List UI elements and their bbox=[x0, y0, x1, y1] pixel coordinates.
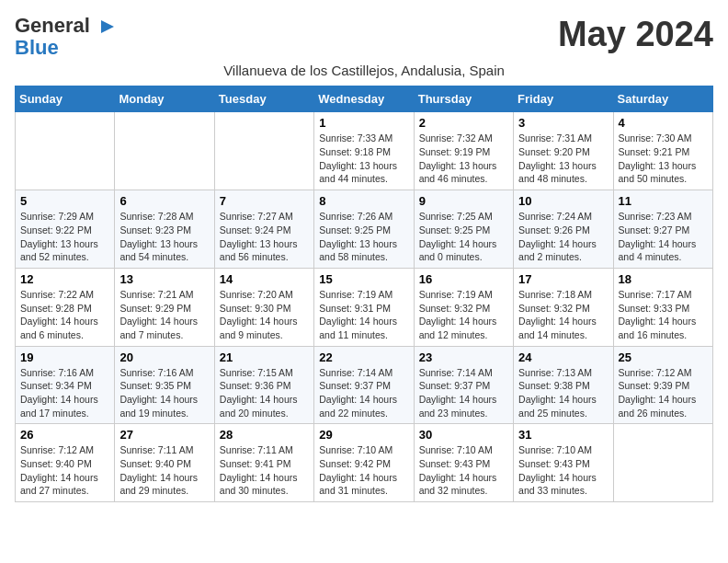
day-cell: 21Sunrise: 7:15 AMSunset: 9:36 PMDayligh… bbox=[214, 346, 313, 424]
day-cell: 12Sunrise: 7:22 AMSunset: 9:28 PMDayligh… bbox=[16, 268, 115, 346]
day-number: 7 bbox=[220, 194, 309, 208]
day-cell: 24Sunrise: 7:13 AMSunset: 9:38 PMDayligh… bbox=[514, 346, 613, 424]
day-number: 15 bbox=[319, 272, 408, 286]
day-info: Sunrise: 7:11 AMSunset: 9:41 PMDaylight:… bbox=[220, 443, 309, 498]
header-day-thursday: Thursday bbox=[414, 86, 513, 112]
day-cell: 28Sunrise: 7:11 AMSunset: 9:41 PMDayligh… bbox=[214, 424, 313, 502]
day-cell: 2Sunrise: 7:32 AMSunset: 9:19 PMDaylight… bbox=[414, 112, 513, 190]
header-day-monday: Monday bbox=[115, 86, 214, 112]
day-cell: 1Sunrise: 7:33 AMSunset: 9:18 PMDaylight… bbox=[314, 112, 414, 190]
logo-blue: Blue bbox=[15, 37, 118, 59]
header-day-sunday: Sunday bbox=[16, 86, 115, 112]
day-number: 13 bbox=[119, 272, 209, 286]
day-info: Sunrise: 7:19 AMSunset: 9:31 PMDaylight:… bbox=[319, 288, 408, 342]
calendar-table: SundayMondayTuesdayWednesdayThursdayFrid… bbox=[15, 86, 713, 502]
month-title: May 2024 bbox=[558, 15, 713, 54]
day-number: 14 bbox=[220, 272, 309, 286]
week-row-4: 19Sunrise: 7:16 AMSunset: 9:34 PMDayligh… bbox=[16, 346, 713, 424]
day-number: 11 bbox=[619, 194, 708, 208]
day-info: Sunrise: 7:14 AMSunset: 9:37 PMDaylight:… bbox=[419, 366, 508, 420]
day-number: 5 bbox=[20, 194, 109, 208]
day-cell: 10Sunrise: 7:24 AMSunset: 9:26 PMDayligh… bbox=[514, 190, 613, 269]
day-cell: 19Sunrise: 7:16 AMSunset: 9:34 PMDayligh… bbox=[16, 346, 115, 424]
day-info: Sunrise: 7:19 AMSunset: 9:32 PMDaylight:… bbox=[419, 288, 508, 342]
day-number: 19 bbox=[20, 350, 109, 364]
day-info: Sunrise: 7:33 AMSunset: 9:18 PMDaylight:… bbox=[319, 132, 408, 186]
day-cell: 15Sunrise: 7:19 AMSunset: 9:31 PMDayligh… bbox=[314, 268, 414, 346]
svg-marker-0 bbox=[101, 20, 114, 33]
day-number: 17 bbox=[518, 272, 608, 286]
day-number: 16 bbox=[419, 272, 508, 286]
header-day-wednesday: Wednesday bbox=[314, 86, 414, 112]
day-cell: 7Sunrise: 7:27 AMSunset: 9:24 PMDaylight… bbox=[214, 190, 313, 269]
day-number: 21 bbox=[220, 350, 309, 364]
day-info: Sunrise: 7:16 AMSunset: 9:34 PMDaylight:… bbox=[20, 366, 109, 420]
day-cell: 25Sunrise: 7:12 AMSunset: 9:39 PMDayligh… bbox=[613, 346, 712, 424]
day-cell bbox=[214, 112, 313, 190]
day-number: 18 bbox=[619, 272, 708, 286]
day-cell: 5Sunrise: 7:29 AMSunset: 9:22 PMDaylight… bbox=[16, 190, 115, 269]
header-day-saturday: Saturday bbox=[613, 86, 712, 112]
calendar-subtitle: Villanueva de los Castillejos, Andalusia… bbox=[15, 63, 713, 78]
day-number: 10 bbox=[518, 194, 608, 208]
day-cell bbox=[613, 424, 712, 502]
day-cell: 6Sunrise: 7:28 AMSunset: 9:23 PMDaylight… bbox=[115, 190, 214, 269]
day-info: Sunrise: 7:32 AMSunset: 9:19 PMDaylight:… bbox=[419, 132, 508, 186]
day-info: Sunrise: 7:21 AMSunset: 9:29 PMDaylight:… bbox=[119, 288, 209, 342]
day-info: Sunrise: 7:22 AMSunset: 9:28 PMDaylight:… bbox=[20, 288, 109, 342]
day-info: Sunrise: 7:12 AMSunset: 9:40 PMDaylight:… bbox=[20, 443, 109, 498]
week-row-3: 12Sunrise: 7:22 AMSunset: 9:28 PMDayligh… bbox=[16, 268, 713, 346]
calendar-header: SundayMondayTuesdayWednesdayThursdayFrid… bbox=[16, 86, 713, 112]
day-info: Sunrise: 7:26 AMSunset: 9:25 PMDaylight:… bbox=[319, 210, 408, 264]
day-cell: 8Sunrise: 7:26 AMSunset: 9:25 PMDaylight… bbox=[314, 190, 414, 269]
day-info: Sunrise: 7:14 AMSunset: 9:37 PMDaylight:… bbox=[319, 366, 408, 420]
day-info: Sunrise: 7:15 AMSunset: 9:36 PMDaylight:… bbox=[220, 366, 309, 420]
day-cell: 16Sunrise: 7:19 AMSunset: 9:32 PMDayligh… bbox=[414, 268, 513, 346]
day-number: 29 bbox=[319, 428, 408, 442]
day-cell: 29Sunrise: 7:10 AMSunset: 9:42 PMDayligh… bbox=[314, 424, 414, 502]
day-info: Sunrise: 7:18 AMSunset: 9:32 PMDaylight:… bbox=[518, 288, 608, 342]
day-info: Sunrise: 7:10 AMSunset: 9:43 PMDaylight:… bbox=[419, 443, 508, 498]
header-row: SundayMondayTuesdayWednesdayThursdayFrid… bbox=[16, 86, 713, 112]
day-cell: 3Sunrise: 7:31 AMSunset: 9:20 PMDaylight… bbox=[514, 112, 613, 190]
day-info: Sunrise: 7:10 AMSunset: 9:42 PMDaylight:… bbox=[319, 443, 408, 498]
day-cell: 4Sunrise: 7:30 AMSunset: 9:21 PMDaylight… bbox=[613, 112, 712, 190]
day-number: 8 bbox=[319, 194, 408, 208]
day-cell: 18Sunrise: 7:17 AMSunset: 9:33 PMDayligh… bbox=[613, 268, 712, 346]
week-row-5: 26Sunrise: 7:12 AMSunset: 9:40 PMDayligh… bbox=[16, 424, 713, 502]
day-info: Sunrise: 7:27 AMSunset: 9:24 PMDaylight:… bbox=[220, 210, 309, 264]
day-number: 25 bbox=[619, 350, 708, 364]
day-number: 23 bbox=[419, 350, 508, 364]
day-cell: 17Sunrise: 7:18 AMSunset: 9:32 PMDayligh… bbox=[514, 268, 613, 346]
day-info: Sunrise: 7:12 AMSunset: 9:39 PMDaylight:… bbox=[619, 366, 708, 420]
day-number: 24 bbox=[518, 350, 608, 364]
day-info: Sunrise: 7:11 AMSunset: 9:40 PMDaylight:… bbox=[119, 443, 209, 498]
logo-text: General Blue bbox=[15, 15, 118, 59]
day-info: Sunrise: 7:10 AMSunset: 9:43 PMDaylight:… bbox=[518, 443, 608, 498]
day-info: Sunrise: 7:23 AMSunset: 9:27 PMDaylight:… bbox=[619, 210, 708, 264]
day-cell: 14Sunrise: 7:20 AMSunset: 9:30 PMDayligh… bbox=[214, 268, 313, 346]
page-header: General Blue May 2024 bbox=[15, 15, 713, 59]
day-number: 27 bbox=[119, 428, 209, 442]
day-cell: 30Sunrise: 7:10 AMSunset: 9:43 PMDayligh… bbox=[414, 424, 513, 502]
day-info: Sunrise: 7:29 AMSunset: 9:22 PMDaylight:… bbox=[20, 210, 109, 264]
day-info: Sunrise: 7:20 AMSunset: 9:30 PMDaylight:… bbox=[220, 288, 309, 342]
header-day-friday: Friday bbox=[514, 86, 613, 112]
day-cell: 11Sunrise: 7:23 AMSunset: 9:27 PMDayligh… bbox=[613, 190, 712, 269]
day-number: 2 bbox=[419, 116, 508, 130]
day-number: 1 bbox=[319, 116, 408, 130]
day-cell: 13Sunrise: 7:21 AMSunset: 9:29 PMDayligh… bbox=[115, 268, 214, 346]
day-cell: 9Sunrise: 7:25 AMSunset: 9:25 PMDaylight… bbox=[414, 190, 513, 269]
day-cell: 23Sunrise: 7:14 AMSunset: 9:37 PMDayligh… bbox=[414, 346, 513, 424]
day-number: 9 bbox=[419, 194, 508, 208]
day-number: 6 bbox=[119, 194, 209, 208]
day-info: Sunrise: 7:28 AMSunset: 9:23 PMDaylight:… bbox=[119, 210, 209, 264]
header-day-tuesday: Tuesday bbox=[214, 86, 313, 112]
day-cell bbox=[115, 112, 214, 190]
day-info: Sunrise: 7:13 AMSunset: 9:38 PMDaylight:… bbox=[518, 366, 608, 420]
day-number: 26 bbox=[20, 428, 109, 442]
day-info: Sunrise: 7:16 AMSunset: 9:35 PMDaylight:… bbox=[119, 366, 209, 420]
calendar-body: 1Sunrise: 7:33 AMSunset: 9:18 PMDaylight… bbox=[16, 112, 713, 502]
day-cell: 26Sunrise: 7:12 AMSunset: 9:40 PMDayligh… bbox=[16, 424, 115, 502]
day-info: Sunrise: 7:25 AMSunset: 9:25 PMDaylight:… bbox=[419, 210, 508, 264]
